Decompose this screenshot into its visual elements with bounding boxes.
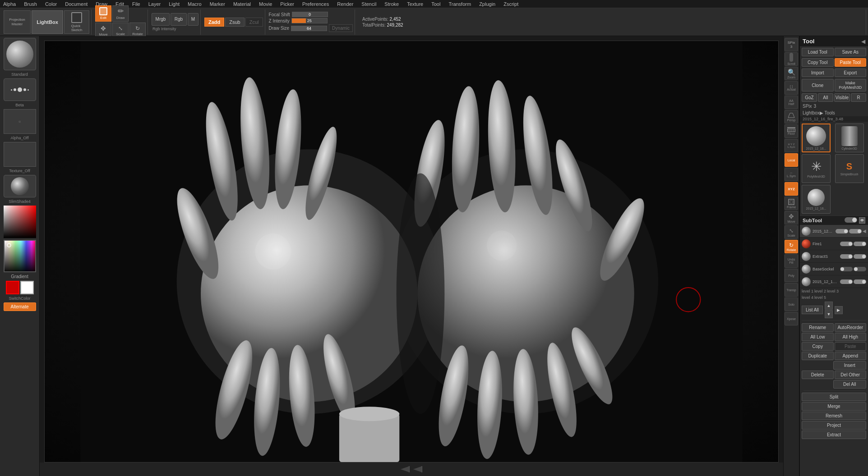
zcul-button[interactable]: Zcul: [245, 18, 263, 27]
persp-button[interactable]: Persp: [785, 110, 798, 124]
undo-fill-button[interactable]: UndoFill: [785, 254, 798, 268]
subtool-toggle-1[interactable]: [845, 217, 857, 223]
lightbox-tools[interactable]: Lightbox▶ Tools: [800, 110, 868, 116]
menu-document[interactable]: Document: [64, 1, 89, 7]
menu-brush[interactable]: Brush: [23, 1, 38, 7]
menu-layer[interactable]: Layer: [147, 1, 162, 7]
projection-master-button[interactable]: ProjectionMaster: [4, 10, 31, 34]
xpose-button[interactable]: Xpose: [785, 312, 798, 325]
draw-size-slider[interactable]: 64: [291, 26, 327, 31]
menu-stroke[interactable]: Stroke: [383, 1, 400, 7]
menu-picker[interactable]: Picker: [279, 1, 295, 7]
subtool-3-toggle2[interactable]: [854, 267, 866, 271]
viewport[interactable]: [44, 41, 779, 462]
export-button[interactable]: Export: [835, 69, 867, 77]
duplicate-button[interactable]: Duplicate: [802, 352, 834, 360]
menu-color[interactable]: Color: [44, 1, 58, 7]
menu-material[interactable]: Material: [232, 1, 252, 7]
move-strip-button[interactable]: ✥ Move: [785, 211, 798, 224]
cylinder-tool-thumb[interactable]: Cylinder3D: [835, 124, 864, 152]
subtool-0-vis-toggle[interactable]: [836, 229, 848, 233]
subtool-4-toggle[interactable]: [840, 279, 853, 284]
insert-button[interactable]: Insert: [833, 361, 867, 370]
subtool-0-toggle2[interactable]: [849, 229, 862, 233]
split-button[interactable]: Split: [802, 393, 866, 401]
material2-swatch[interactable]: [4, 175, 36, 197]
scroll-button[interactable]: Scroll: [785, 52, 798, 66]
fire-tool-thumb[interactable]: 2015_12_16...: [802, 185, 831, 214]
rotate-strip-button[interactable]: ↻ Rotate: [785, 240, 798, 253]
foreground-color[interactable]: [6, 281, 19, 294]
list-up-button[interactable]: ▲: [825, 302, 833, 310]
list-down-button[interactable]: ▼: [825, 310, 833, 318]
subtool-item-2[interactable]: ExtractS: [800, 250, 868, 263]
subtool-2-toggle[interactable]: [840, 254, 853, 259]
menu-zscript[interactable]: Zscript: [502, 1, 520, 7]
poly-button[interactable]: Poly: [785, 269, 798, 282]
color-gradient-picker[interactable]: [4, 240, 36, 272]
alpha-swatch[interactable]: α: [4, 109, 36, 134]
menu-zplugin[interactable]: Zplugin: [478, 1, 497, 7]
zadd-button[interactable]: Zadd: [204, 18, 224, 27]
rgb-button[interactable]: Rgb: [171, 13, 187, 26]
zoom-button[interactable]: 🔍 Zoom: [785, 67, 798, 80]
delete-button[interactable]: Delete: [802, 371, 834, 379]
brush-swatch[interactable]: [4, 78, 36, 101]
del-other-button[interactable]: Del Other: [835, 371, 867, 379]
polymesh-tool-thumb[interactable]: ✳ PolyMesh3D: [802, 154, 831, 183]
transp-button[interactable]: Transp: [785, 283, 798, 297]
merge-button[interactable]: Merge: [802, 402, 866, 411]
lightbox-button[interactable]: LightBox: [32, 10, 63, 34]
aahalf-button[interactable]: AAHalf: [785, 96, 798, 109]
edit-button[interactable]: Edit: [95, 5, 111, 22]
all-low-button[interactable]: All Low: [802, 333, 834, 341]
frame-button[interactable]: Frame: [785, 197, 798, 210]
z-intensity-slider[interactable]: 25: [291, 18, 328, 23]
menu-marker[interactable]: Marker: [208, 1, 226, 7]
menu-light[interactable]: Light: [167, 1, 181, 7]
menu-texture[interactable]: Texture: [406, 1, 425, 7]
subtool-item-0[interactable]: 2015_12_16_fire_... ◀: [800, 225, 868, 238]
list-right-button[interactable]: ▶: [835, 306, 843, 314]
all-high-button[interactable]: All High: [835, 333, 867, 341]
menu-movie[interactable]: Movie: [258, 1, 273, 7]
r-button[interactable]: R: [851, 93, 866, 102]
subtool-2-toggle2[interactable]: [854, 254, 866, 259]
subtool-eye-button[interactable]: 👁: [859, 217, 865, 224]
autoreorder-button[interactable]: AutoReorder: [835, 323, 867, 332]
menu-transform[interactable]: Transform: [447, 1, 472, 7]
xyz-button[interactable]: XYZ: [785, 182, 798, 196]
extract-button[interactable]: Extract: [802, 430, 866, 439]
material-swatch[interactable]: [4, 38, 36, 70]
lsym-button[interactable]: ↔L.Sym: [785, 168, 798, 181]
subtool-3-toggle[interactable]: [840, 267, 853, 271]
menu-preferences[interactable]: Preferences: [301, 1, 330, 7]
canvas-area[interactable]: [40, 36, 783, 476]
zsub-button[interactable]: Zsub: [225, 18, 244, 27]
menu-tool[interactable]: Tool: [430, 1, 442, 7]
visible-button[interactable]: Visible: [834, 93, 850, 102]
paste-subtool-button[interactable]: Paste: [835, 342, 867, 351]
floor-button[interactable]: Floor: [785, 124, 798, 138]
subtool-item-4[interactable]: 2015_12_11_fire_1: [800, 275, 868, 288]
focal-shift-slider[interactable]: 0: [292, 12, 328, 17]
draw-button[interactable]: ✏ Draw: [112, 5, 129, 22]
menu-alpha[interactable]: Alpha: [2, 1, 17, 7]
background-color[interactable]: [20, 281, 34, 294]
texture-swatch[interactable]: [4, 142, 36, 167]
dynamic-button[interactable]: Dynamic: [329, 24, 353, 32]
append-button[interactable]: Append: [835, 352, 867, 360]
panel-close-button[interactable]: ◀: [861, 38, 865, 45]
project-button[interactable]: Project: [802, 421, 866, 430]
menu-stencil[interactable]: Stencil: [360, 1, 378, 7]
save-as-button[interactable]: Save As: [835, 48, 867, 56]
local-button[interactable]: Local: [785, 153, 798, 167]
mrgb-button[interactable]: Mrgb: [152, 13, 170, 26]
copy-subtool-button[interactable]: Copy: [802, 342, 834, 351]
goz-button[interactable]: GoZ: [802, 93, 817, 102]
list-all-button[interactable]: List All: [802, 306, 823, 314]
nav-left-arrow[interactable]: [401, 466, 410, 472]
subtool-item-3[interactable]: BaseSockel: [800, 263, 868, 275]
spix-button[interactable]: SPix 3: [785, 38, 798, 51]
color-picker[interactable]: [4, 206, 36, 238]
